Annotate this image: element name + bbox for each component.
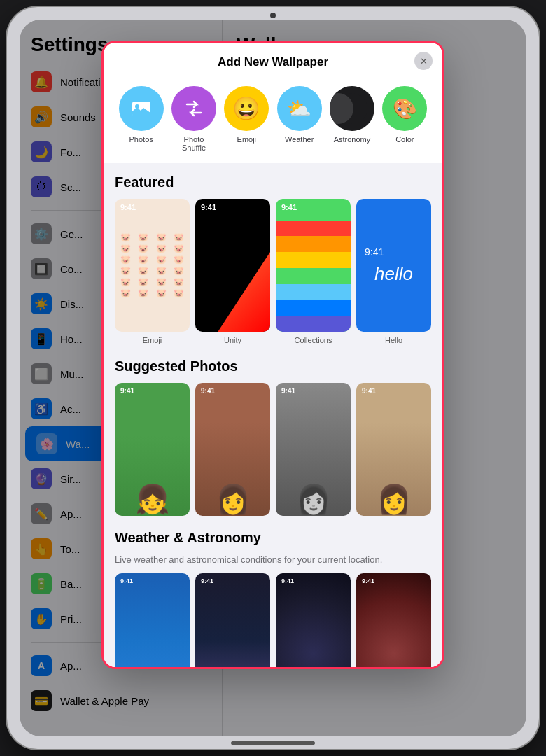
weather-time-3: 9:41 — [281, 578, 294, 584]
featured-item-collections[interactable]: 9:41 Collections — [276, 199, 351, 344]
suggested-photos-title: Suggested Photos — [115, 358, 431, 374]
modal-close-button[interactable]: ✕ — [414, 52, 433, 70]
weather-thumb-3[interactable]: 9:41 — [276, 573, 351, 667]
featured-item-emoji[interactable]: 🐷🐷🐷🐷 🐷🐷🐷🐷 🐷🐷🐷🐷 🐷🐷🐷🐷 🐷🐷🐷🐷 🐷🐷🐷🐷 9:41 — [115, 199, 190, 344]
featured-item-unity[interactable]: 9:41 Unity — [195, 199, 270, 344]
stripe-blue — [276, 300, 351, 316]
featured-thumb-unity: 9:41 — [195, 199, 270, 332]
home-bar — [231, 741, 315, 745]
weather-time-2: 9:41 — [201, 578, 214, 584]
photo-thumb-1[interactable]: 9:41 👧 — [115, 383, 190, 516]
photo-time-2: 9:41 — [201, 387, 215, 395]
featured-label-emoji: Emoji — [143, 336, 162, 344]
featured-label-unity: Unity — [224, 336, 241, 344]
stripe-orange — [276, 236, 351, 252]
color-type-icon: 🎨 — [382, 86, 427, 131]
collections-thumb-time: 9:41 — [281, 203, 297, 211]
weather-section: Weather & Astronomy Live weather and ast… — [115, 530, 431, 667]
unity-wall — [195, 199, 270, 332]
hello-wall: 9:41 hello — [356, 199, 431, 332]
modal-header: Add New Wallpaper ✕ — [104, 43, 442, 79]
featured-thumb-collections: 9:41 — [276, 199, 351, 332]
stripe-purple — [276, 316, 351, 332]
wallpaper-type-color[interactable]: 🎨 Color — [382, 86, 427, 152]
person-silhouette-4: 👩 — [377, 483, 412, 516]
hello-text: hello — [374, 263, 413, 285]
stripe-lightblue — [276, 284, 351, 300]
modal-title: Add New Wallpaper — [218, 55, 328, 69]
photo-shuffle-type-icon — [172, 86, 216, 131]
featured-title: Featured — [115, 174, 431, 190]
featured-label-collections: Collections — [295, 336, 332, 344]
photo-thumb-3[interactable]: 9:41 👩 — [276, 383, 351, 516]
featured-thumb-emoji: 🐷🐷🐷🐷 🐷🐷🐷🐷 🐷🐷🐷🐷 🐷🐷🐷🐷 🐷🐷🐷🐷 🐷🐷🐷🐷 9:41 — [115, 199, 190, 332]
stripe-yellow — [276, 252, 351, 268]
weather-time-4: 9:41 — [362, 578, 374, 584]
stripe-green — [276, 268, 351, 284]
emoji-thumb-time: 9:41 — [120, 203, 136, 211]
weather-astronomy-title: Weather & Astronomy — [115, 530, 431, 546]
weather-grid: 9:41 9:41 9:41 — [115, 573, 431, 667]
weather-type-icon: ⛅ — [277, 86, 322, 131]
photo-thumb-4[interactable]: 9:41 👩 — [356, 383, 431, 516]
person-silhouette-3: 👩 — [296, 483, 331, 516]
emoji-wall: 🐷🐷🐷🐷 🐷🐷🐷🐷 🐷🐷🐷🐷 🐷🐷🐷🐷 🐷🐷🐷🐷 🐷🐷🐷🐷 — [115, 199, 190, 332]
wallpaper-type-astronomy[interactable]: Astronomy — [330, 86, 374, 152]
wallpaper-type-emoji[interactable]: 😀 Emoji — [224, 86, 269, 152]
wallpaper-type-photo-shuffle[interactable]: Photo Shuffle — [172, 86, 216, 152]
weather-astronomy-desc: Live weather and astronomical conditions… — [115, 554, 431, 565]
photo-time-4: 9:41 — [362, 387, 376, 395]
photo-thumb-2[interactable]: 9:41 👩 — [195, 383, 270, 516]
astronomy-type-label: Astronomy — [334, 135, 371, 144]
hello-time: 9:41 — [356, 246, 384, 258]
emoji-type-label: Emoji — [237, 135, 257, 144]
astronomy-type-icon — [330, 86, 374, 131]
stripe-red — [276, 220, 351, 237]
photo-time-1: 9:41 — [120, 387, 134, 395]
emoji-type-icon: 😀 — [224, 86, 269, 131]
weather-type-label: Weather — [285, 135, 314, 144]
photo-time-3: 9:41 — [281, 387, 295, 395]
ipad-frame: Settings 🔔 Notifications 🔊 Sounds 🌙 Fo..… — [7, 7, 539, 749]
settings-layout: Settings 🔔 Notifications 🔊 Sounds 🌙 Fo..… — [20, 20, 526, 736]
add-wallpaper-modal: Add New Wallpaper ✕ Photos — [102, 41, 444, 669]
ipad-screen: Settings 🔔 Notifications 🔊 Sounds 🌙 Fo..… — [20, 20, 526, 736]
unity-thumb-time: 9:41 — [201, 203, 216, 211]
weather-thumb-4[interactable]: 9:41 — [356, 573, 431, 667]
photos-type-icon — [119, 86, 164, 131]
wallpaper-types: Photos Photo Shuffle 😀 Emoji — [104, 79, 442, 163]
featured-thumb-hello: 9:41 hello — [356, 199, 431, 332]
wallpaper-type-weather[interactable]: ⛅ Weather — [277, 86, 322, 152]
modal-overlay[interactable]: Add New Wallpaper ✕ Photos — [20, 20, 526, 736]
featured-grid: 🐷🐷🐷🐷 🐷🐷🐷🐷 🐷🐷🐷🐷 🐷🐷🐷🐷 🐷🐷🐷🐷 🐷🐷🐷🐷 9:41 — [115, 199, 431, 344]
featured-item-hello[interactable]: 9:41 hello Hello — [356, 199, 431, 344]
person-silhouette-1: 👧 — [135, 483, 170, 516]
weather-time-1: 9:41 — [120, 578, 133, 584]
modal-body[interactable]: Featured 🐷🐷🐷🐷 🐷🐷🐷🐷 🐷🐷🐷🐷 🐷🐷🐷🐷 — [104, 163, 442, 667]
weather-thumb-1[interactable]: 9:41 — [115, 573, 190, 667]
weather-thumb-2[interactable]: 9:41 — [195, 573, 270, 667]
photos-type-label: Photos — [130, 135, 153, 144]
featured-label-hello: Hello — [385, 336, 402, 344]
color-type-label: Color — [396, 135, 414, 144]
photos-grid: 9:41 👧 9:41 👩 9:41 👩 — [115, 383, 431, 516]
photo-shuffle-type-label: Photo Shuffle — [172, 135, 216, 152]
person-silhouette-2: 👩 — [216, 483, 251, 516]
camera-dot — [270, 13, 276, 18]
collections-wall — [276, 199, 351, 332]
wallpaper-type-photos[interactable]: Photos — [119, 86, 164, 152]
